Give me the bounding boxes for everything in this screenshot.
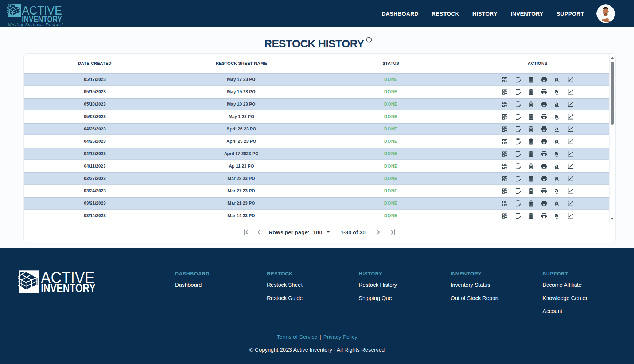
print-icon[interactable] bbox=[541, 188, 548, 195]
dashboard-add-icon[interactable] bbox=[501, 200, 508, 207]
clipboard-edit-icon[interactable] bbox=[514, 163, 521, 170]
table-scrollbar[interactable] bbox=[609, 54, 615, 222]
chart-icon[interactable] bbox=[567, 89, 574, 95]
footer-link-restock-sheet[interactable]: Restock Sheet bbox=[267, 282, 359, 288]
print-icon[interactable] bbox=[541, 138, 548, 145]
previous-page-button[interactable] bbox=[255, 228, 264, 236]
active-inventory-logo[interactable]: ACTIVE INVENTORY Moving Business Forward bbox=[7, 3, 63, 28]
dashboard-add-icon[interactable] bbox=[501, 150, 508, 157]
print-icon[interactable] bbox=[541, 175, 548, 182]
scrollbar-down-arrow-icon[interactable] bbox=[610, 216, 615, 221]
amazon-icon[interactable] bbox=[554, 175, 561, 182]
dashboard-add-icon[interactable] bbox=[501, 113, 508, 120]
clipboard-edit-icon[interactable] bbox=[514, 138, 521, 145]
amazon-icon[interactable] bbox=[554, 89, 561, 95]
delete-icon[interactable] bbox=[528, 101, 534, 108]
delete-icon[interactable] bbox=[528, 76, 534, 83]
rows-per-page-dropdown-icon[interactable] bbox=[326, 230, 330, 234]
clipboard-edit-icon[interactable] bbox=[514, 126, 521, 133]
print-icon[interactable] bbox=[541, 126, 548, 133]
clipboard-edit-icon[interactable] bbox=[514, 212, 521, 219]
print-icon[interactable] bbox=[541, 163, 548, 170]
delete-icon[interactable] bbox=[528, 175, 534, 182]
footer-link-shipping-que[interactable]: Shipping Que bbox=[359, 295, 451, 301]
delete-icon[interactable] bbox=[528, 212, 534, 219]
clipboard-edit-icon[interactable] bbox=[514, 175, 521, 182]
clipboard-edit-icon[interactable] bbox=[514, 76, 521, 83]
chart-icon[interactable] bbox=[567, 200, 574, 207]
chart-icon[interactable] bbox=[567, 175, 574, 182]
last-page-button[interactable] bbox=[389, 228, 397, 236]
print-icon[interactable] bbox=[541, 76, 548, 83]
nav-dashboard[interactable]: DASHBOARD bbox=[382, 11, 419, 17]
clipboard-edit-icon[interactable] bbox=[514, 188, 521, 195]
clipboard-edit-icon[interactable] bbox=[514, 89, 521, 95]
terms-of-service-link[interactable]: Terms of Service bbox=[277, 334, 318, 340]
info-icon[interactable] bbox=[366, 37, 372, 43]
rows-per-page-value[interactable]: 100 bbox=[313, 229, 322, 235]
first-page-button[interactable] bbox=[242, 228, 250, 236]
dashboard-add-icon[interactable] bbox=[501, 188, 508, 195]
clipboard-edit-icon[interactable] bbox=[514, 101, 521, 108]
chart-icon[interactable] bbox=[567, 113, 574, 120]
clipboard-edit-icon[interactable] bbox=[514, 113, 521, 120]
amazon-icon[interactable] bbox=[554, 163, 561, 170]
print-icon[interactable] bbox=[541, 113, 548, 120]
footer-heading-history[interactable]: HISTORY bbox=[359, 271, 451, 277]
clipboard-edit-icon[interactable] bbox=[514, 150, 521, 157]
print-icon[interactable] bbox=[541, 150, 548, 157]
footer-link-restock-history[interactable]: Restock History bbox=[359, 282, 451, 288]
footer-link-out-of-stock-report[interactable]: Out of Stock Report bbox=[451, 295, 542, 301]
amazon-icon[interactable] bbox=[554, 138, 561, 145]
delete-icon[interactable] bbox=[528, 188, 534, 195]
chart-icon[interactable] bbox=[567, 163, 574, 170]
delete-icon[interactable] bbox=[528, 150, 534, 157]
amazon-icon[interactable] bbox=[554, 150, 561, 157]
footer-heading-inventory[interactable]: INVENTORY bbox=[451, 271, 542, 277]
user-avatar[interactable] bbox=[596, 4, 615, 23]
chart-icon[interactable] bbox=[567, 150, 574, 157]
dashboard-add-icon[interactable] bbox=[501, 76, 508, 83]
footer-heading-restock[interactable]: RESTOCK bbox=[267, 271, 359, 277]
dashboard-add-icon[interactable] bbox=[501, 163, 508, 170]
amazon-icon[interactable] bbox=[554, 101, 561, 108]
nav-restock[interactable]: RESTOCK bbox=[432, 11, 459, 17]
dashboard-add-icon[interactable] bbox=[501, 175, 508, 182]
delete-icon[interactable] bbox=[528, 200, 534, 207]
footer-link-restock-guide[interactable]: Restock Guide bbox=[267, 295, 359, 301]
nav-support[interactable]: SUPPORT bbox=[557, 11, 584, 17]
amazon-icon[interactable] bbox=[554, 188, 561, 195]
print-icon[interactable] bbox=[541, 89, 548, 95]
chart-icon[interactable] bbox=[567, 101, 574, 108]
scrollbar-up-arrow-icon[interactable] bbox=[610, 55, 615, 60]
footer-link-account[interactable]: Account bbox=[542, 308, 634, 314]
footer-link-become-affiliate[interactable]: Become Affiliate bbox=[542, 282, 634, 288]
chart-icon[interactable] bbox=[567, 188, 574, 195]
footer-heading-dashboard[interactable]: DASHBOARD bbox=[175, 271, 267, 277]
print-icon[interactable] bbox=[541, 101, 548, 108]
scrollbar-thumb[interactable] bbox=[611, 62, 614, 125]
print-icon[interactable] bbox=[541, 200, 548, 207]
dashboard-add-icon[interactable] bbox=[501, 138, 508, 145]
chart-icon[interactable] bbox=[567, 76, 574, 83]
dashboard-add-icon[interactable] bbox=[501, 89, 508, 95]
footer-link-knowledge-center[interactable]: Knowledge Center bbox=[542, 295, 634, 301]
delete-icon[interactable] bbox=[528, 89, 534, 95]
dashboard-add-icon[interactable] bbox=[501, 101, 508, 108]
delete-icon[interactable] bbox=[528, 138, 534, 145]
privacy-policy-link[interactable]: Privacy Policy bbox=[323, 334, 357, 340]
nav-inventory[interactable]: INVENTORY bbox=[510, 11, 543, 17]
chart-icon[interactable] bbox=[567, 138, 574, 145]
next-page-button[interactable] bbox=[374, 228, 382, 236]
amazon-icon[interactable] bbox=[554, 76, 561, 83]
amazon-icon[interactable] bbox=[554, 212, 561, 219]
delete-icon[interactable] bbox=[528, 113, 534, 120]
print-icon[interactable] bbox=[541, 212, 548, 219]
chart-icon[interactable] bbox=[567, 212, 574, 219]
amazon-icon[interactable] bbox=[554, 113, 561, 120]
delete-icon[interactable] bbox=[528, 163, 534, 170]
amazon-icon[interactable] bbox=[554, 126, 561, 133]
clipboard-edit-icon[interactable] bbox=[514, 200, 521, 207]
amazon-icon[interactable] bbox=[554, 200, 561, 207]
nav-history[interactable]: HISTORY bbox=[472, 11, 498, 17]
